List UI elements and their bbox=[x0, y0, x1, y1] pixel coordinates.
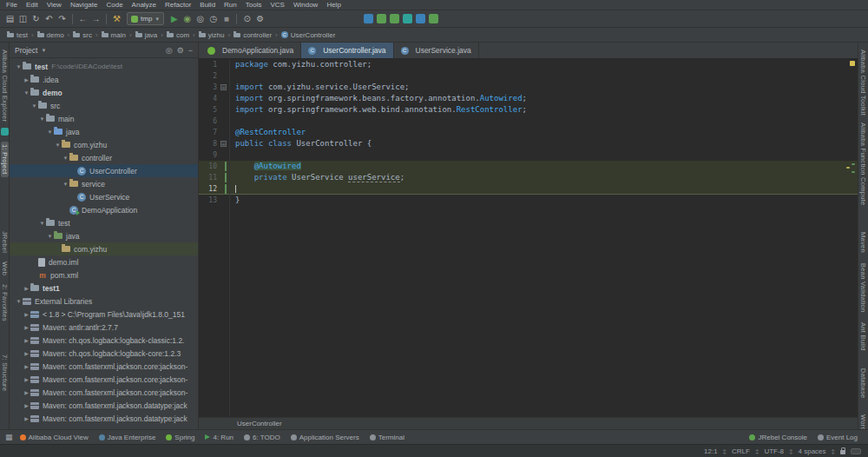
gutter-line-number[interactable]: 4 bbox=[199, 93, 229, 104]
chevron-right-icon[interactable]: ▶ bbox=[23, 76, 30, 83]
tool-stripe-button[interactable]: Alibaba Cloud Toolkit bbox=[859, 50, 867, 116]
gutter-line-number[interactable]: 6 bbox=[199, 116, 229, 127]
tree-row[interactable]: ▶Maven: com.fasterxml.jackson.core:jacks… bbox=[10, 373, 198, 386]
tool-window-button[interactable]: Java Enterprise bbox=[94, 434, 161, 441]
tree-row[interactable]: CDemoApplication bbox=[10, 203, 198, 216]
tree-row[interactable]: ▶Maven: com.fasterxml.jackson.datatype:j… bbox=[10, 399, 198, 412]
tree-row[interactable]: ▶< 1.8 > C:\Program Files\Java\jdk1.8.0_… bbox=[10, 308, 198, 321]
tool-stripe-button[interactable]: Web bbox=[1, 262, 9, 275]
code-line[interactable]: @RestController bbox=[230, 127, 858, 138]
menu-item-code[interactable]: Code bbox=[102, 1, 127, 9]
code-line[interactable]: import com.yizhu.service.UserService; bbox=[230, 82, 858, 93]
tool-stripe-button[interactable]: Database bbox=[859, 368, 867, 399]
breadcrumb-item[interactable]: src bbox=[73, 31, 92, 39]
breadcrumb-item[interactable]: demo bbox=[37, 31, 64, 39]
tool-window-switcher-icon[interactable]: ▦ bbox=[5, 433, 13, 441]
menu-item-help[interactable]: Help bbox=[322, 1, 345, 9]
code-line[interactable]: } bbox=[230, 195, 858, 206]
code-line[interactable] bbox=[230, 149, 858, 161]
tool-stripe-button[interactable]: Alibaba Cloud Explorer bbox=[1, 50, 9, 122]
profiler-icon[interactable]: ◷ bbox=[207, 12, 220, 25]
code-line[interactable]: @Autowired bbox=[230, 161, 858, 172]
tool-stripe-button[interactable]: JRebel bbox=[1, 231, 9, 253]
tool-window-button[interactable]: Spring bbox=[161, 434, 200, 441]
tool-stripe-button[interactable]: Bean Validation bbox=[859, 263, 867, 312]
tree-row[interactable]: ▼java bbox=[10, 125, 198, 138]
breadcrumb-item[interactable]: java bbox=[135, 31, 158, 39]
tool-window-button[interactable]: 6: TODO bbox=[239, 434, 286, 441]
breadcrumb-item[interactable]: yizhu bbox=[199, 31, 225, 39]
forward-icon[interactable]: → bbox=[89, 12, 102, 25]
chevron-down-icon[interactable]: ▼ bbox=[30, 103, 38, 109]
breadcrumb-item[interactable]: CUserController bbox=[281, 31, 336, 39]
editor-code[interactable]: package com.yizhu.controller;import com.… bbox=[230, 59, 858, 417]
breadcrumb-item[interactable]: main bbox=[102, 31, 126, 39]
settings-icon[interactable]: ⚙ bbox=[253, 12, 266, 25]
run-configuration-selector[interactable]: tmp ▼ bbox=[127, 12, 164, 25]
chevron-down-icon[interactable]: ▼ bbox=[62, 156, 69, 161]
open-project-icon[interactable]: ▤ bbox=[3, 12, 16, 25]
tree-row[interactable]: CUserController bbox=[10, 164, 198, 177]
tree-row[interactable]: ▶Maven: ch.qos.logback:logback-core:1.2.… bbox=[10, 347, 198, 360]
tree-row[interactable]: ▼test bbox=[10, 216, 198, 229]
tool-stripe-button[interactable]: Ant Build bbox=[859, 322, 867, 351]
breadcrumb-item[interactable]: test bbox=[7, 31, 28, 39]
menu-item-vcs[interactable]: VCS bbox=[266, 1, 288, 9]
undo-icon[interactable]: ↶ bbox=[43, 12, 56, 25]
chevron-right-icon[interactable]: ▶ bbox=[23, 389, 30, 395]
encoding-indicator[interactable]: UTF-8 bbox=[764, 447, 784, 455]
chevron-right-icon[interactable]: ▶ bbox=[23, 311, 30, 317]
gutter-line-number[interactable]: 8− bbox=[199, 138, 229, 149]
chevron-right-icon[interactable]: ▶ bbox=[23, 376, 30, 382]
gutter-line-number[interactable]: 9 bbox=[199, 149, 229, 161]
gutter-line-number[interactable]: 5 bbox=[199, 104, 229, 116]
plugin-green-icon[interactable] bbox=[429, 14, 438, 23]
memory-indicator[interactable] bbox=[851, 448, 861, 454]
project-panel-title[interactable]: Project bbox=[15, 46, 37, 55]
chevron-right-icon[interactable]: ▶ bbox=[23, 285, 30, 291]
tree-row[interactable]: ▶Maven: ch.qos.logback:logback-classic:1… bbox=[10, 334, 198, 347]
error-stripe-mark[interactable] bbox=[846, 167, 850, 169]
chevron-down-icon[interactable]: ▼ bbox=[54, 142, 62, 148]
redo-icon[interactable]: ↷ bbox=[56, 12, 69, 25]
chevron-down-icon[interactable]: ▼ bbox=[15, 299, 23, 304]
chevron-down-icon[interactable]: ▼ bbox=[41, 48, 46, 53]
editor-tab[interactable]: CUserService.java bbox=[394, 43, 479, 58]
tree-row[interactable]: ▼service bbox=[10, 177, 198, 190]
error-stripe-mark[interactable] bbox=[852, 163, 855, 165]
fold-marker-icon[interactable]: − bbox=[220, 84, 227, 90]
chevron-down-icon[interactable]: ▼ bbox=[62, 182, 69, 187]
search-everywhere-icon[interactable]: ⊙ bbox=[240, 12, 253, 25]
code-line[interactable]: private UserService userService; bbox=[230, 172, 858, 183]
plugin-green-icon[interactable] bbox=[377, 14, 386, 23]
plugin-green-icon[interactable] bbox=[390, 14, 399, 23]
chevron-right-icon[interactable]: ▶ bbox=[23, 324, 30, 330]
editor-gutter[interactable]: 123−45678−910111213 bbox=[199, 59, 230, 417]
tree-row[interactable]: ▶Maven: com.fasterxml.jackson.core:jacks… bbox=[10, 386, 198, 399]
tool-window-button[interactable]: Terminal bbox=[365, 434, 410, 441]
tree-row[interactable]: com.yizhu bbox=[10, 242, 198, 255]
chevron-right-icon[interactable]: ▶ bbox=[23, 350, 30, 356]
caret-position[interactable]: 12:1 bbox=[704, 447, 718, 455]
menu-item-refactor[interactable]: Refactor bbox=[161, 1, 195, 9]
menu-item-analyze[interactable]: Analyze bbox=[128, 1, 161, 9]
tree-row[interactable]: mpom.xml bbox=[10, 268, 198, 281]
tool-stripe-button[interactable]: Alibaba Function Compute bbox=[859, 123, 867, 206]
tool-window-button[interactable]: 4: Run bbox=[200, 434, 239, 441]
gutter-line-number[interactable]: 7 bbox=[199, 127, 229, 138]
menu-item-file[interactable]: File bbox=[2, 1, 22, 9]
tool-stripe-button[interactable]: Maven bbox=[859, 232, 867, 253]
chevron-down-icon[interactable]: ▼ bbox=[46, 234, 54, 239]
hide-icon[interactable]: − bbox=[188, 46, 193, 55]
tree-row[interactable]: ▶.idea bbox=[10, 73, 198, 86]
plugin-blue-icon[interactable] bbox=[364, 14, 373, 23]
menu-item-build[interactable]: Build bbox=[195, 1, 220, 9]
tree-row[interactable]: ▼External Libraries bbox=[10, 295, 198, 308]
tree-row[interactable]: ▼java bbox=[10, 229, 198, 242]
locate-icon[interactable]: ◎ bbox=[166, 46, 173, 55]
menu-item-view[interactable]: View bbox=[43, 1, 66, 9]
settings-icon[interactable]: ⚙ bbox=[177, 46, 184, 55]
tree-row[interactable]: ▼testF:\code\IDEACode\test bbox=[10, 60, 198, 73]
chevron-right-icon[interactable]: ▶ bbox=[23, 415, 30, 421]
plugin-teal-icon[interactable] bbox=[403, 14, 412, 23]
